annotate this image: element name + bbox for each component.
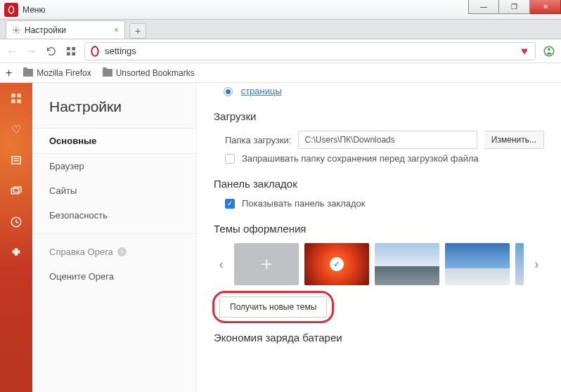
startup-option-truncated: страницы — [214, 83, 544, 96]
change-folder-button[interactable]: Изменить... — [484, 131, 544, 149]
maximize-button[interactable]: ❐ — [499, 0, 530, 14]
gear-icon — [12, 26, 20, 34]
download-folder-row: Папка загрузки: Изменить... — [225, 131, 544, 149]
theme-add-tile[interactable]: + — [234, 243, 299, 285]
tab-close-icon[interactable]: × — [114, 25, 119, 35]
svg-point-1 — [15, 29, 18, 31]
bookmark-folder[interactable]: Unsorted Bookmarks — [103, 68, 195, 78]
set-pages-link[interactable]: страницы — [241, 86, 282, 96]
nav-help[interactable]: Справка Opera ? — [32, 240, 196, 264]
folder-icon — [23, 69, 33, 77]
navigation-toolbar: ← → ♥ — [0, 39, 561, 63]
bookmark-heart-icon[interactable]: ♥ — [518, 45, 531, 58]
bookmark-folder[interactable]: Mozilla Firefox — [23, 68, 91, 78]
themes-carousel: ‹ + ✓ › — [214, 243, 544, 285]
svg-rect-11 — [11, 100, 15, 103]
nav-rate[interactable]: Оцените Opera — [32, 264, 196, 289]
nav-sites[interactable]: Сайты — [32, 178, 196, 203]
new-tab-button[interactable]: + — [129, 23, 146, 39]
ask-save-row: Запрашивать папку сохранения перед загру… — [225, 153, 544, 164]
nav-browser[interactable]: Браузер — [32, 154, 196, 178]
section-downloads-title: Загрузки — [214, 110, 544, 122]
settings-sidebar: Настройки Основные Браузер Сайты Безопас… — [32, 83, 197, 392]
tab-strip: Настройки × + — [0, 20, 561, 39]
nav-security[interactable]: Безопасность — [32, 203, 196, 228]
add-bookmark-button[interactable]: + — [6, 67, 12, 79]
get-themes-wrap: Получить новые темы — [219, 296, 327, 318]
ask-save-checkbox[interactable] — [225, 154, 235, 164]
address-input[interactable] — [105, 46, 518, 56]
bookmark-label: Unsorted Bookmarks — [116, 68, 195, 78]
svg-rect-3 — [72, 47, 75, 51]
rail-news-icon[interactable] — [9, 153, 23, 167]
download-folder-label: Папка загрузки: — [225, 135, 291, 145]
section-bookmarks-title: Панель закладок — [214, 178, 544, 190]
svg-point-0 — [9, 6, 14, 13]
folder-icon — [103, 69, 112, 77]
section-themes-title: Темы оформления — [214, 223, 544, 235]
opera-icon — [7, 6, 15, 14]
tab-settings[interactable]: Настройки × — [6, 20, 125, 39]
address-bar[interactable]: ♥ — [84, 42, 536, 60]
theme-tile[interactable] — [375, 243, 439, 285]
menu-label[interactable]: Меню — [22, 5, 45, 15]
back-button[interactable]: ← — [6, 45, 18, 58]
themes-next-button[interactable]: › — [529, 243, 544, 285]
rail-speed-dial-icon[interactable] — [9, 91, 23, 105]
svg-rect-17 — [13, 187, 21, 192]
settings-heading: Настройки — [32, 98, 196, 128]
themes-prev-button[interactable]: ‹ — [214, 243, 228, 285]
svg-point-8 — [548, 48, 550, 51]
nav-basic[interactable]: Основные — [32, 128, 196, 154]
sync-button[interactable] — [543, 45, 555, 58]
main-area: ♡ Настройки Основные Браузер Сайты Безоп… — [0, 83, 561, 392]
opera-icon — [89, 46, 101, 57]
svg-point-6 — [91, 46, 98, 55]
forward-button[interactable]: → — [25, 45, 38, 58]
side-rail: ♡ — [0, 83, 32, 392]
download-folder-input[interactable] — [298, 131, 477, 149]
nav-help-label: Справка Opera — [49, 247, 113, 257]
svg-rect-2 — [67, 47, 70, 51]
show-bookmarks-row: Показывать панель закладок — [225, 198, 544, 209]
svg-rect-4 — [67, 52, 70, 55]
reload-button[interactable] — [45, 45, 58, 58]
show-bookmarks-checkbox[interactable] — [225, 199, 235, 209]
svg-rect-12 — [18, 100, 21, 103]
radio-icon[interactable] — [224, 87, 233, 96]
ask-save-label: Запрашивать папку сохранения перед загру… — [242, 153, 479, 164]
theme-tile-partial[interactable] — [515, 243, 524, 285]
plus-icon: + — [261, 253, 272, 275]
svg-rect-5 — [72, 52, 75, 55]
show-bookmarks-label: Показывать панель закладок — [242, 198, 366, 209]
theme-tile-selected[interactable]: ✓ — [304, 243, 369, 285]
rail-history-icon[interactable] — [9, 215, 23, 229]
bookmarks-bar: + Mozilla Firefox Unsorted Bookmarks — [0, 63, 561, 83]
speed-dial-button[interactable] — [65, 45, 77, 58]
settings-content: страницы Загрузки Папка загрузки: Измени… — [197, 83, 561, 392]
svg-rect-10 — [18, 93, 21, 97]
theme-tile[interactable] — [445, 243, 510, 285]
close-button[interactable]: ✕ — [530, 0, 561, 14]
svg-rect-9 — [11, 93, 15, 97]
window-titlebar: Меню — ❐ ✕ — [0, 0, 561, 20]
minimize-button[interactable]: — — [468, 0, 499, 14]
check-icon: ✓ — [330, 257, 344, 271]
tab-title: Настройки — [25, 25, 66, 35]
nav-separator — [32, 233, 196, 234]
section-battery-title: Экономия заряда батареи — [214, 332, 544, 344]
rail-extensions-icon[interactable] — [9, 246, 23, 260]
rail-tabs-icon[interactable] — [9, 184, 23, 198]
bookmark-label: Mozilla Firefox — [37, 68, 91, 78]
help-icon: ? — [117, 247, 127, 256]
rail-bookmarks-icon[interactable]: ♡ — [9, 122, 23, 136]
svg-rect-16 — [11, 188, 19, 194]
window-controls: — ❐ ✕ — [468, 0, 561, 14]
get-themes-button[interactable]: Получить новые темы — [219, 296, 327, 318]
opera-menu-button[interactable] — [4, 3, 18, 17]
